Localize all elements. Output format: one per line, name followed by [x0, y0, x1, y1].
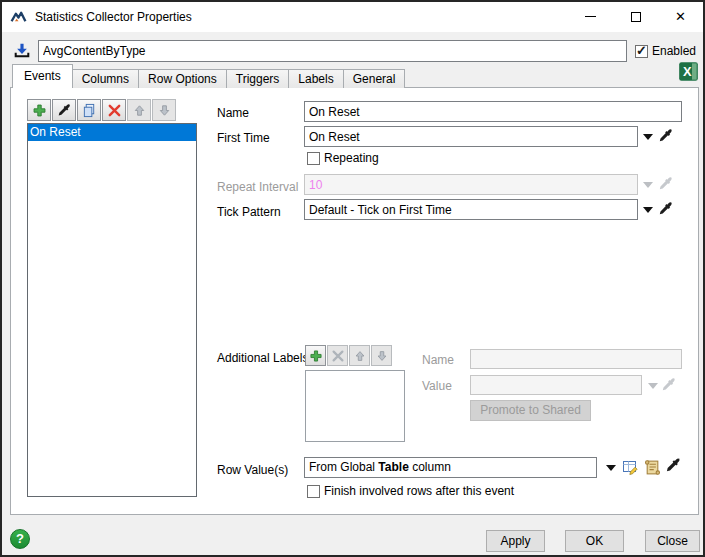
delete-icon	[331, 349, 345, 363]
repeat-interval-sampler-button	[657, 174, 675, 194]
chevron-down-icon	[648, 383, 658, 389]
event-list-toolbar	[27, 99, 176, 121]
chevron-down-icon	[643, 182, 653, 188]
label-value-dropdown-arrow	[646, 375, 660, 396]
chevron-down-icon	[643, 207, 653, 213]
enabled-label: Enabled	[652, 44, 696, 58]
sampler-event-button[interactable]	[52, 99, 76, 121]
finish-rows-label: Finish involved rows after this event	[324, 484, 514, 498]
repeating-row: Repeating	[307, 151, 379, 165]
ok-button[interactable]: OK	[565, 530, 624, 552]
help-button[interactable]: ?	[10, 529, 30, 549]
move-down-icon	[375, 349, 389, 363]
label-name-input	[470, 349, 682, 369]
repeat-interval-dropdown-arrow	[641, 174, 655, 195]
repeat-interval-input	[304, 174, 638, 195]
titlebar: Statistics Collector Properties ✕	[2, 2, 703, 32]
tab-triggers[interactable]: Triggers	[226, 69, 290, 88]
add-event-button[interactable]	[27, 99, 51, 121]
excel-export-icon[interactable]: X	[678, 61, 699, 82]
move-label-up-button	[349, 345, 370, 366]
add-label-button[interactable]	[305, 345, 326, 366]
tick-pattern-label: Tick Pattern	[217, 205, 281, 219]
delete-icon	[107, 103, 122, 118]
label-value-input	[470, 375, 642, 395]
promote-to-shared-button: Promote to Shared	[470, 400, 591, 421]
sampler-eyedropper-icon	[661, 377, 677, 393]
label-value-sampler-button	[660, 375, 678, 395]
minimize-icon	[585, 16, 596, 17]
name-label: Name	[217, 106, 249, 120]
move-down-icon	[157, 103, 172, 118]
first-time-label: First Time	[217, 131, 270, 145]
event-list-item[interactable]: On Reset	[28, 124, 196, 141]
label-name-label: Name	[422, 353, 454, 367]
apply-button[interactable]: Apply	[486, 530, 545, 552]
tab-events[interactable]: Events	[12, 64, 73, 88]
sampler-eyedropper-icon	[658, 176, 674, 192]
repeat-interval-label: Repeat Interval	[217, 180, 298, 194]
chevron-down-icon	[643, 134, 653, 140]
additional-labels-list[interactable]	[305, 370, 405, 442]
event-list[interactable]: On Reset	[27, 123, 197, 497]
delete-event-button[interactable]	[102, 99, 126, 121]
tab-bar: Events Columns Row Options Triggers Labe…	[12, 64, 405, 88]
form-edit-icon	[622, 458, 640, 476]
row-values-label: Row Value(s)	[217, 463, 288, 477]
sampler-eyedropper-icon	[658, 201, 674, 217]
row-values-properties-button[interactable]	[622, 457, 640, 477]
flexsim-logo-icon	[10, 9, 27, 26]
tab-general[interactable]: General	[343, 69, 406, 88]
maximize-icon	[631, 12, 641, 22]
tab-row-options[interactable]: Row Options	[138, 69, 227, 88]
maximize-button[interactable]	[613, 2, 658, 31]
move-up-icon	[353, 349, 367, 363]
close-button[interactable]: ✕	[658, 2, 703, 31]
first-time-dropdown-arrow[interactable]	[641, 126, 655, 147]
row-values-code-button[interactable]	[643, 457, 661, 477]
tick-pattern-input[interactable]	[304, 199, 638, 220]
scroll-icon	[644, 459, 661, 476]
svg-text:X: X	[683, 64, 692, 79]
tick-pattern-sampler-button[interactable]	[657, 199, 675, 219]
enabled-checkbox[interactable]	[635, 45, 648, 58]
dialog-close-button[interactable]: Close	[645, 530, 700, 552]
sampler-eyedropper-icon	[658, 128, 674, 144]
minimize-button[interactable]	[568, 2, 613, 31]
collector-name-input[interactable]	[38, 40, 627, 62]
statistics-collector-properties-dialog: Statistics Collector Properties ✕ Enable…	[0, 0, 705, 557]
row-values-text-suffix: column	[409, 460, 451, 474]
tab-labels[interactable]: Labels	[288, 69, 343, 88]
object-sampler-drop-icon[interactable]	[10, 39, 34, 63]
move-up-icon	[132, 103, 147, 118]
row-values-text-bold: Table	[378, 460, 408, 474]
row-values-sampler-button[interactable]	[664, 455, 682, 475]
window-title: Statistics Collector Properties	[35, 10, 192, 24]
tab-columns[interactable]: Columns	[72, 69, 139, 88]
sampler-eyedropper-icon	[57, 103, 72, 118]
copy-event-button[interactable]	[77, 99, 101, 121]
first-time-sampler-button[interactable]	[657, 126, 675, 146]
additional-labels-toolbar	[305, 345, 392, 366]
delete-label-button	[327, 345, 348, 366]
move-event-down-button	[152, 99, 176, 121]
row-values-combo[interactable]: From Global Table column	[304, 457, 597, 478]
row-values-dropdown-arrow[interactable]	[604, 457, 618, 478]
row-values-text-prefix: From Global	[309, 460, 378, 474]
finish-rows-checkbox[interactable]	[307, 485, 320, 498]
repeating-checkbox[interactable]	[307, 152, 320, 165]
event-name-input[interactable]	[304, 101, 682, 122]
repeating-label: Repeating	[324, 151, 379, 165]
chevron-down-icon	[606, 465, 616, 471]
close-icon: ✕	[675, 10, 686, 23]
label-value-label: Value	[422, 379, 452, 393]
first-time-input[interactable]	[304, 126, 638, 147]
copy-icon	[82, 103, 97, 118]
add-icon	[309, 349, 323, 363]
sampler-eyedropper-icon	[665, 457, 682, 474]
add-icon	[32, 103, 47, 118]
move-label-down-button	[371, 345, 392, 366]
additional-labels-label: Additional Labels	[217, 351, 308, 365]
tick-pattern-dropdown-arrow[interactable]	[641, 199, 655, 220]
move-event-up-button	[127, 99, 151, 121]
